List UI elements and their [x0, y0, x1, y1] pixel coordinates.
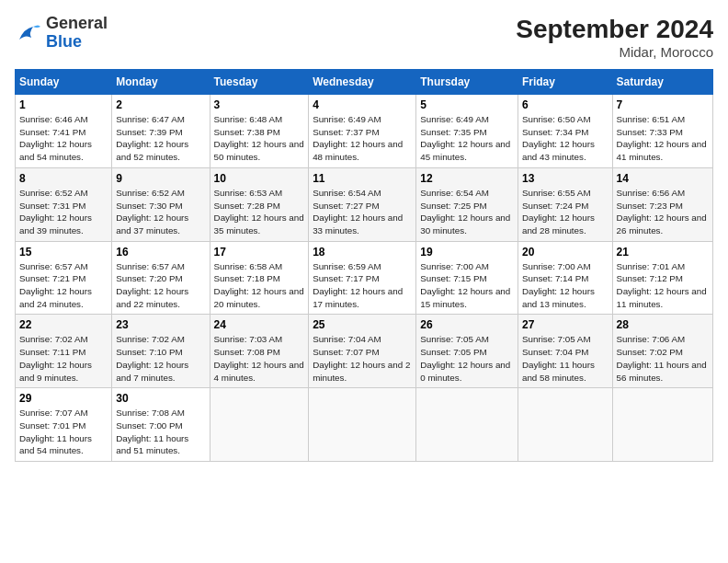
- calendar-cell: 4Sunrise: 6:49 AMSunset: 7:37 PMDaylight…: [309, 95, 416, 168]
- day-info: Sunrise: 6:47 AMSunset: 7:39 PMDaylight:…: [116, 113, 205, 164]
- day-number: 15: [19, 246, 108, 259]
- day-info: Sunrise: 7:00 AMSunset: 7:14 PMDaylight:…: [522, 260, 609, 311]
- calendar-cell: 2Sunrise: 6:47 AMSunset: 7:39 PMDaylight…: [112, 95, 210, 168]
- calendar-header-friday: Friday: [518, 70, 612, 95]
- day-info: Sunrise: 7:04 AMSunset: 7:07 PMDaylight:…: [313, 333, 412, 384]
- day-info: Sunrise: 6:57 AMSunset: 7:20 PMDaylight:…: [116, 260, 205, 311]
- day-number: 21: [617, 246, 709, 259]
- calendar-cell: 27Sunrise: 7:05 AMSunset: 7:04 PMDayligh…: [518, 315, 612, 388]
- day-info: Sunrise: 7:07 AMSunset: 7:01 PMDaylight:…: [19, 407, 108, 457]
- calendar-cell: 23Sunrise: 7:02 AMSunset: 7:10 PMDayligh…: [112, 315, 210, 388]
- day-number: 7: [617, 98, 709, 111]
- day-number: 13: [522, 172, 609, 185]
- calendar-cell: 13Sunrise: 6:55 AMSunset: 7:24 PMDayligh…: [518, 167, 612, 241]
- day-number: 25: [313, 318, 412, 331]
- day-number: 10: [214, 172, 305, 185]
- day-number: 27: [522, 318, 609, 331]
- calendar-cell: [210, 388, 309, 462]
- day-info: Sunrise: 7:00 AMSunset: 7:15 PMDaylight:…: [420, 260, 514, 311]
- title-block: September 2024 Midar, Morocco: [516, 15, 713, 60]
- day-info: Sunrise: 6:46 AMSunset: 7:41 PMDaylight:…: [19, 113, 108, 164]
- calendar-header-sunday: Sunday: [16, 70, 112, 95]
- calendar-cell: [518, 388, 612, 462]
- day-number: 28: [617, 318, 709, 331]
- day-number: 29: [19, 392, 108, 405]
- calendar-week-4: 22Sunrise: 7:02 AMSunset: 7:11 PMDayligh…: [16, 315, 713, 388]
- calendar-header-monday: Monday: [112, 70, 210, 95]
- calendar-week-3: 15Sunrise: 6:57 AMSunset: 7:21 PMDayligh…: [16, 241, 713, 315]
- calendar-cell: [612, 388, 712, 462]
- day-number: 26: [420, 318, 514, 331]
- calendar-cell: 14Sunrise: 6:56 AMSunset: 7:23 PMDayligh…: [612, 167, 712, 241]
- day-info: Sunrise: 6:51 AMSunset: 7:33 PMDaylight:…: [617, 113, 709, 164]
- day-info: Sunrise: 6:54 AMSunset: 7:27 PMDaylight:…: [313, 187, 412, 237]
- calendar-cell: 9Sunrise: 6:52 AMSunset: 7:30 PMDaylight…: [112, 167, 210, 241]
- day-number: 2: [116, 98, 205, 111]
- calendar-week-2: 8Sunrise: 6:52 AMSunset: 7:31 PMDaylight…: [16, 167, 713, 241]
- calendar-cell: 30Sunrise: 7:08 AMSunset: 7:00 PMDayligh…: [112, 388, 210, 462]
- calendar-cell: 18Sunrise: 6:59 AMSunset: 7:17 PMDayligh…: [309, 241, 416, 315]
- calendar-cell: 7Sunrise: 6:51 AMSunset: 7:33 PMDaylight…: [612, 95, 712, 168]
- day-info: Sunrise: 6:50 AMSunset: 7:34 PMDaylight:…: [522, 113, 609, 164]
- calendar-header-saturday: Saturday: [612, 70, 712, 95]
- day-number: 22: [19, 318, 108, 331]
- day-info: Sunrise: 7:06 AMSunset: 7:02 PMDaylight:…: [617, 333, 709, 384]
- day-number: 9: [116, 172, 205, 185]
- calendar-cell: 8Sunrise: 6:52 AMSunset: 7:31 PMDaylight…: [16, 167, 112, 241]
- day-number: 24: [214, 318, 305, 331]
- calendar-cell: 26Sunrise: 7:05 AMSunset: 7:05 PMDayligh…: [416, 315, 518, 388]
- day-info: Sunrise: 7:03 AMSunset: 7:08 PMDaylight:…: [214, 333, 305, 384]
- day-info: Sunrise: 6:52 AMSunset: 7:30 PMDaylight:…: [116, 187, 205, 237]
- calendar-cell: 25Sunrise: 7:04 AMSunset: 7:07 PMDayligh…: [309, 315, 416, 388]
- day-info: Sunrise: 6:56 AMSunset: 7:23 PMDaylight:…: [617, 187, 709, 237]
- calendar-cell: 22Sunrise: 7:02 AMSunset: 7:11 PMDayligh…: [16, 315, 112, 388]
- calendar-week-5: 29Sunrise: 7:07 AMSunset: 7:01 PMDayligh…: [16, 388, 713, 462]
- day-info: Sunrise: 7:01 AMSunset: 7:12 PMDaylight:…: [617, 260, 709, 311]
- calendar-header-wednesday: Wednesday: [309, 70, 416, 95]
- calendar-header-row: SundayMondayTuesdayWednesdayThursdayFrid…: [16, 70, 713, 95]
- day-info: Sunrise: 6:59 AMSunset: 7:17 PMDaylight:…: [313, 260, 412, 311]
- page-title: September 2024: [516, 15, 713, 44]
- day-info: Sunrise: 7:02 AMSunset: 7:10 PMDaylight:…: [116, 333, 205, 384]
- calendar-cell: 28Sunrise: 7:06 AMSunset: 7:02 PMDayligh…: [612, 315, 712, 388]
- day-info: Sunrise: 6:53 AMSunset: 7:28 PMDaylight:…: [214, 187, 305, 237]
- calendar-cell: 6Sunrise: 6:50 AMSunset: 7:34 PMDaylight…: [518, 95, 612, 168]
- day-info: Sunrise: 6:48 AMSunset: 7:38 PMDaylight:…: [214, 113, 305, 164]
- calendar-cell: 16Sunrise: 6:57 AMSunset: 7:20 PMDayligh…: [112, 241, 210, 315]
- calendar-cell: 17Sunrise: 6:58 AMSunset: 7:18 PMDayligh…: [210, 241, 309, 315]
- day-info: Sunrise: 7:05 AMSunset: 7:04 PMDaylight:…: [522, 333, 609, 384]
- day-number: 6: [522, 98, 609, 111]
- calendar-cell: [309, 388, 416, 462]
- calendar-cell: 19Sunrise: 7:00 AMSunset: 7:15 PMDayligh…: [416, 241, 518, 315]
- day-number: 16: [116, 246, 205, 259]
- day-number: 14: [617, 172, 709, 185]
- calendar-cell: 11Sunrise: 6:54 AMSunset: 7:27 PMDayligh…: [309, 167, 416, 241]
- day-info: Sunrise: 7:08 AMSunset: 7:00 PMDaylight:…: [116, 407, 205, 457]
- day-number: 23: [116, 318, 205, 331]
- day-number: 3: [214, 98, 305, 111]
- calendar-table: SundayMondayTuesdayWednesdayThursdayFrid…: [15, 69, 713, 462]
- day-number: 30: [116, 392, 205, 405]
- day-number: 18: [313, 246, 412, 259]
- logo: General Blue: [15, 15, 108, 52]
- calendar-cell: 3Sunrise: 6:48 AMSunset: 7:38 PMDaylight…: [210, 95, 309, 168]
- calendar-cell: 1Sunrise: 6:46 AMSunset: 7:41 PMDaylight…: [16, 95, 112, 168]
- day-info: Sunrise: 6:58 AMSunset: 7:18 PMDaylight:…: [214, 260, 305, 311]
- day-number: 19: [420, 246, 514, 259]
- day-info: Sunrise: 6:54 AMSunset: 7:25 PMDaylight:…: [420, 187, 514, 237]
- day-info: Sunrise: 7:02 AMSunset: 7:11 PMDaylight:…: [19, 333, 108, 384]
- calendar-cell: 24Sunrise: 7:03 AMSunset: 7:08 PMDayligh…: [210, 315, 309, 388]
- day-info: Sunrise: 7:05 AMSunset: 7:05 PMDaylight:…: [420, 333, 514, 384]
- day-number: 1: [19, 98, 108, 111]
- logo-text: General Blue: [46, 15, 108, 52]
- day-info: Sunrise: 6:49 AMSunset: 7:37 PMDaylight:…: [313, 113, 412, 164]
- calendar-cell: 21Sunrise: 7:01 AMSunset: 7:12 PMDayligh…: [612, 241, 712, 315]
- day-info: Sunrise: 6:52 AMSunset: 7:31 PMDaylight:…: [19, 187, 108, 237]
- day-number: 5: [420, 98, 514, 111]
- calendar-header-thursday: Thursday: [416, 70, 518, 95]
- day-number: 12: [420, 172, 514, 185]
- page-header: General Blue September 2024 Midar, Moroc…: [15, 15, 713, 60]
- calendar-cell: [416, 388, 518, 462]
- day-number: 8: [19, 172, 108, 185]
- calendar-cell: 20Sunrise: 7:00 AMSunset: 7:14 PMDayligh…: [518, 241, 612, 315]
